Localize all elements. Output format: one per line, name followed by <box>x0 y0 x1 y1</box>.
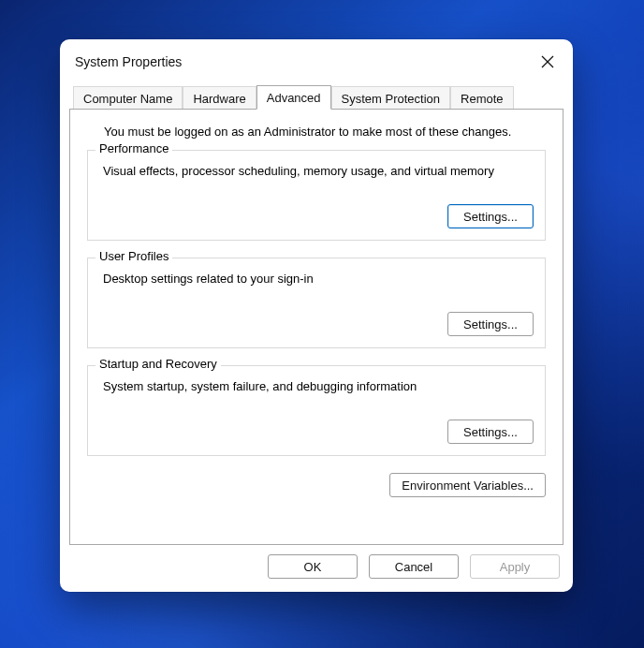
tab-system-protection[interactable]: System Protection <box>331 86 451 110</box>
dialog-content: Computer Name Hardware Advanced System P… <box>60 79 573 545</box>
tab-strip: Computer Name Hardware Advanced System P… <box>69 82 564 109</box>
admin-intro-text: You must be logged on as an Administrato… <box>104 125 546 139</box>
environment-variables-button[interactable]: Environment Variables... <box>389 473 546 497</box>
ok-button[interactable]: OK <box>268 554 358 579</box>
user-profiles-desc: Desktop settings related to your sign-in <box>103 272 534 286</box>
startup-recovery-settings-button[interactable]: Settings... <box>447 420 534 444</box>
performance-settings-button[interactable]: Settings... <box>447 204 534 228</box>
group-user-profiles: User Profiles Desktop settings related t… <box>87 258 546 348</box>
apply-button[interactable]: Apply <box>470 554 560 579</box>
tab-hardware[interactable]: Hardware <box>183 86 256 110</box>
group-legend-performance: Performance <box>95 141 172 155</box>
tabpanel-advanced: You must be logged on as an Administrato… <box>69 109 564 545</box>
group-startup-recovery: Startup and Recovery System startup, sys… <box>87 365 546 456</box>
group-legend-user-profiles: User Profiles <box>95 249 172 263</box>
cancel-button[interactable]: Cancel <box>369 554 459 579</box>
tab-remote[interactable]: Remote <box>450 86 514 110</box>
system-properties-dialog: System Properties Computer Name Hardware… <box>60 39 573 592</box>
titlebar: System Properties <box>60 39 573 79</box>
group-performance: Performance Visual effects, processor sc… <box>87 150 546 241</box>
tab-advanced[interactable]: Advanced <box>256 85 331 110</box>
startup-recovery-desc: System startup, system failure, and debu… <box>103 379 534 393</box>
group-legend-startup-recovery: Startup and Recovery <box>95 357 221 371</box>
window-title: System Properties <box>75 54 182 69</box>
close-button[interactable] <box>534 49 562 75</box>
close-icon <box>541 55 554 68</box>
performance-desc: Visual effects, processor scheduling, me… <box>103 164 534 178</box>
tab-computer-name[interactable]: Computer Name <box>73 86 183 110</box>
dialog-footer: OK Cancel Apply <box>60 545 573 592</box>
user-profiles-settings-button[interactable]: Settings... <box>447 312 534 336</box>
